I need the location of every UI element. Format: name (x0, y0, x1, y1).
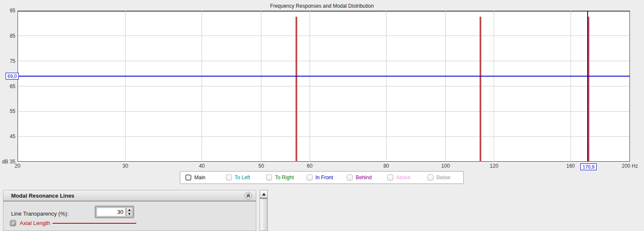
legend-label-above: Above (396, 175, 411, 181)
y-tick-label: 75 (0, 58, 15, 64)
line-transparency-spinner (95, 206, 134, 218)
legend-item-to-left[interactable]: To Left (226, 175, 266, 181)
legend-checkbox-main[interactable] (185, 175, 191, 181)
legend: MainTo LeftTo RightIn FrontBehindAboveBe… (180, 171, 464, 184)
legend-checkbox-behind[interactable] (347, 175, 353, 181)
panel-collapse-button[interactable] (244, 192, 252, 200)
modal-resonance-panel: Modal Resonance Lines Line Transparency … (3, 190, 256, 231)
y-gridline (18, 111, 629, 112)
y-tick-label: 45 (0, 133, 15, 139)
legend-label-in-front: In Front (316, 175, 333, 181)
triangle-down-icon (128, 213, 131, 215)
scroll-up-icon (262, 193, 266, 195)
scrollbar-up-button[interactable] (260, 190, 267, 198)
x-tick-label: 100 (441, 163, 450, 169)
axial-length-row: ✓ Axial Length (10, 220, 136, 226)
y-tick-label: 85 (0, 33, 15, 39)
scrollbar-thumb[interactable] (260, 198, 267, 231)
y-gridline (18, 36, 629, 36)
legend-checkbox-above[interactable] (387, 175, 393, 181)
spinner-down-button[interactable] (126, 212, 132, 216)
legend-item-main[interactable]: Main (185, 175, 226, 181)
y-tick-label: 55 (0, 108, 15, 114)
legend-item-behind[interactable]: Behind (347, 175, 387, 181)
y-gridline (18, 61, 629, 61)
y-tick-label: dB 35 (0, 159, 15, 165)
spinner-up-button[interactable] (126, 207, 132, 212)
app-window: Frequency Responses and Modal Distributi… (0, 0, 644, 231)
cursor-frequency-label: 170,9 (580, 163, 597, 170)
legend-checkbox-in-front[interactable] (307, 175, 313, 181)
cursor-level-line[interactable] (18, 76, 630, 77)
axial-line-sample (53, 223, 136, 224)
y-tick-label: 95 (0, 8, 15, 14)
legend-label-behind: Behind (356, 175, 372, 181)
modal-resonance-line (296, 17, 297, 162)
modal-resonance-line (480, 17, 481, 162)
legend-item-in-front[interactable]: In Front (307, 175, 347, 181)
axial-length-checkbox[interactable]: ✓ (10, 220, 16, 226)
y-gridline (18, 136, 629, 137)
x-tick-label: 160 (566, 163, 575, 169)
legend-label-main: Main (194, 175, 205, 181)
vertical-scrollbar[interactable] (260, 190, 268, 231)
legend-item-to-right[interactable]: To Right (266, 175, 307, 181)
x-tick-label: 20 (15, 163, 20, 169)
legend-item-above[interactable]: Above (387, 175, 428, 181)
x-tick-label: 80 (383, 163, 389, 169)
triangle-up-icon (128, 209, 131, 211)
line-transparency-label: Line Transparency (%): (11, 210, 68, 217)
x-tick-label: 200 Hz (622, 163, 638, 169)
x-tick-label: 60 (307, 163, 313, 169)
x-tick-label: 40 (199, 163, 205, 169)
chart-title: Frequency Responses and Modal Distributi… (0, 3, 644, 9)
panel-header: Modal Resonance Lines (3, 190, 256, 201)
legend-label-to-right: To Right (275, 175, 294, 181)
axial-length-label: Axial Length (20, 220, 50, 226)
cursor-level-label: 69,0 (6, 73, 19, 80)
panel-title: Modal Resonance Lines (11, 192, 74, 199)
legend-checkbox-below[interactable] (427, 175, 433, 181)
y-tick-label: 65 (0, 83, 15, 89)
legend-label-below: Below (436, 175, 451, 181)
cursor-frequency-line[interactable] (587, 11, 588, 162)
double-chevron-up-icon (244, 195, 252, 201)
legend-label-to-left: To Left (235, 175, 250, 181)
legend-checkbox-to-right[interactable] (266, 175, 272, 181)
line-transparency-row: Line Transparency (%): (11, 207, 250, 219)
y-gridline (18, 86, 629, 86)
legend-item-below[interactable]: Below (427, 175, 468, 181)
x-tick-label: 30 (123, 163, 128, 169)
line-transparency-input[interactable] (97, 207, 126, 216)
x-tick-label: 50 (258, 163, 264, 169)
legend-checkbox-to-left[interactable] (226, 175, 232, 181)
x-tick-label: 120 (490, 163, 498, 169)
